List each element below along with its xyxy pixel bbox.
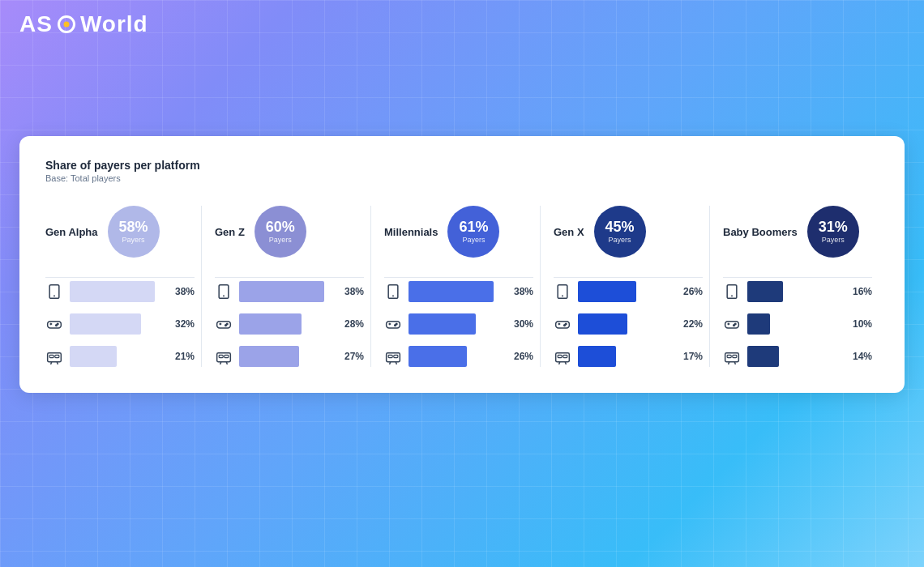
bar-track-millennials-console bbox=[409, 346, 504, 367]
bars-baby-boomers: 16% 10% 14% bbox=[723, 281, 872, 367]
svg-rect-32 bbox=[388, 355, 392, 357]
logo-world: World bbox=[80, 11, 148, 37]
bar-row-baby-boomers-gamepad: 10% bbox=[723, 313, 872, 335]
svg-rect-33 bbox=[394, 355, 398, 357]
gen-header-gen-z: Gen Z60%Payers bbox=[215, 206, 364, 258]
bar-row-gen-z-mobile: 38% bbox=[215, 281, 364, 302]
gen-name-baby-boomers: Baby Boomers bbox=[723, 226, 798, 238]
gen-header-gen-alpha: Gen Alpha58%Payers bbox=[45, 206, 195, 258]
svg-line-58 bbox=[729, 362, 729, 364]
divider-millennials bbox=[384, 277, 533, 278]
console-icon-gen-z bbox=[215, 347, 233, 365]
bar-row-gen-x-mobile: 26% bbox=[554, 281, 703, 302]
bar-row-gen-z-gamepad: 28% bbox=[215, 313, 364, 335]
bar-pct-label-gen-z-console: 27% bbox=[344, 351, 364, 362]
svg-line-34 bbox=[390, 362, 391, 364]
logo: AS World bbox=[19, 11, 148, 37]
bar-fill-millennials-gamepad bbox=[409, 313, 476, 335]
divider-gen-alpha bbox=[45, 277, 195, 278]
bar-row-gen-x-console: 17% bbox=[554, 346, 703, 367]
svg-line-10 bbox=[51, 362, 52, 364]
mobile-icon-baby-boomers bbox=[723, 283, 741, 301]
svg-line-22 bbox=[220, 362, 221, 364]
divider-gen-x bbox=[554, 277, 703, 278]
gen-col-millennials: Millennials61%Payers 38% 30% 26% bbox=[370, 206, 540, 367]
bar-track-millennials-mobile bbox=[409, 281, 504, 302]
gen-col-gen-alpha: Gen Alpha58%Payers 38% 32% 21% bbox=[45, 206, 201, 367]
payer-label-gen-alpha: Payers bbox=[122, 236, 145, 244]
bar-track-baby-boomers-mobile bbox=[747, 281, 843, 302]
logo-o-icon bbox=[58, 15, 75, 33]
payer-pct-gen-x: 45% bbox=[605, 220, 635, 234]
bar-track-gen-z-console bbox=[239, 346, 335, 367]
divider-baby-boomers bbox=[723, 277, 872, 278]
svg-rect-8 bbox=[49, 355, 53, 357]
bar-row-baby-boomers-mobile: 16% bbox=[723, 281, 872, 302]
gen-name-gen-alpha: Gen Alpha bbox=[45, 226, 98, 238]
payer-label-gen-x: Payers bbox=[609, 236, 631, 244]
bar-pct-label-gen-z-mobile: 38% bbox=[344, 286, 364, 297]
gen-name-gen-x: Gen X bbox=[554, 226, 584, 238]
bar-pct-label-gen-alpha-console: 21% bbox=[175, 351, 195, 362]
mobile-icon-gen-x bbox=[554, 283, 571, 301]
bar-track-gen-alpha-mobile bbox=[70, 281, 165, 302]
payer-pct-baby-boomers: 31% bbox=[819, 220, 848, 234]
bar-track-gen-x-mobile bbox=[578, 281, 674, 302]
bar-fill-gen-z-gamepad bbox=[239, 313, 302, 335]
bars-gen-alpha: 38% 32% 21% bbox=[45, 281, 195, 367]
mobile-icon-millennials bbox=[384, 283, 402, 301]
bar-pct-label-millennials-gamepad: 30% bbox=[514, 318, 533, 330]
bar-pct-label-gen-z-gamepad: 28% bbox=[344, 318, 364, 330]
bar-fill-gen-x-gamepad bbox=[578, 313, 627, 335]
bar-track-gen-alpha-console bbox=[70, 346, 165, 367]
svg-rect-44 bbox=[558, 355, 562, 357]
bar-fill-millennials-mobile bbox=[409, 281, 494, 302]
bar-pct-label-baby-boomers-gamepad: 10% bbox=[853, 318, 872, 330]
bar-fill-baby-boomers-mobile bbox=[747, 281, 783, 302]
bar-fill-baby-boomers-console bbox=[747, 346, 779, 367]
svg-rect-9 bbox=[55, 355, 59, 357]
console-icon-gen-alpha bbox=[45, 347, 63, 365]
bar-pct-label-gen-alpha-gamepad: 32% bbox=[175, 318, 195, 330]
mobile-icon-gen-z bbox=[215, 283, 233, 301]
bar-row-millennials-console: 26% bbox=[384, 346, 533, 367]
svg-rect-38 bbox=[556, 322, 570, 328]
gamepad-icon-millennials bbox=[384, 315, 402, 333]
svg-line-35 bbox=[396, 362, 396, 364]
bar-fill-gen-alpha-gamepad bbox=[70, 313, 141, 335]
bar-track-millennials-gamepad bbox=[409, 313, 504, 335]
bar-track-gen-z-mobile bbox=[239, 281, 335, 302]
svg-line-47 bbox=[565, 362, 566, 364]
svg-point-6 bbox=[56, 325, 58, 326]
bar-row-gen-alpha-mobile: 38% bbox=[45, 281, 195, 302]
gen-col-baby-boomers: Baby Boomers31%Payers 16% 10% 14% bbox=[709, 206, 879, 367]
gen-col-gen-x: Gen X45%Payers 26% 22% 17% bbox=[540, 206, 709, 367]
console-icon-gen-x bbox=[554, 347, 571, 365]
chart-title: Share of payers per platform bbox=[45, 159, 879, 172]
chart-card: Share of payers per platform Base: Total… bbox=[19, 136, 905, 393]
bar-pct-label-gen-x-gamepad: 22% bbox=[683, 318, 703, 330]
gen-header-millennials: Millennials61%Payers bbox=[384, 206, 533, 258]
svg-rect-26 bbox=[387, 322, 400, 328]
svg-point-30 bbox=[395, 325, 396, 326]
gen-col-gen-z: Gen Z60%Payers 38% 28% 27% bbox=[201, 206, 370, 367]
payer-circle-gen-alpha: 58%Payers bbox=[108, 206, 160, 258]
bar-track-baby-boomers-gamepad bbox=[747, 313, 843, 335]
bar-fill-gen-x-mobile bbox=[578, 281, 636, 302]
svg-point-42 bbox=[564, 325, 566, 326]
chart-subtitle: Base: Total players bbox=[45, 173, 879, 183]
bar-row-gen-z-console: 27% bbox=[215, 346, 364, 367]
bar-fill-gen-z-mobile bbox=[239, 281, 324, 302]
payer-circle-gen-z: 60%Payers bbox=[255, 206, 306, 258]
bars-gen-x: 26% 22% 17% bbox=[554, 281, 703, 367]
console-icon-millennials bbox=[384, 347, 402, 365]
svg-point-54 bbox=[734, 325, 735, 326]
bars-millennials: 38% 30% 26% bbox=[384, 281, 533, 367]
bar-row-baby-boomers-console: 14% bbox=[723, 346, 872, 367]
svg-point-18 bbox=[225, 325, 227, 326]
payer-pct-millennials: 61% bbox=[459, 220, 488, 234]
bar-pct-label-gen-x-mobile: 26% bbox=[683, 286, 703, 297]
gen-name-millennials: Millennials bbox=[384, 226, 438, 238]
payer-label-baby-boomers: Payers bbox=[822, 236, 845, 244]
bar-pct-label-gen-alpha-mobile: 38% bbox=[175, 286, 195, 297]
